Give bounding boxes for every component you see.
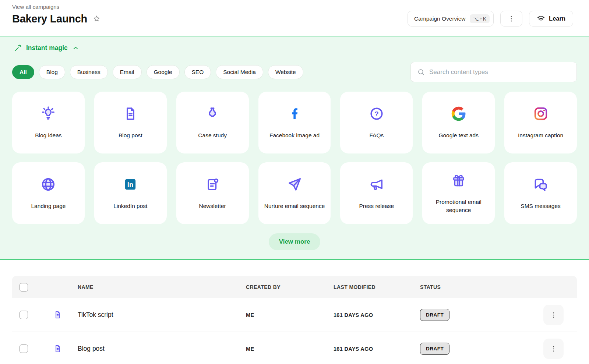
header-more-options-button[interactable] (500, 11, 522, 26)
card-google-text-ads[interactable]: Google text ads (422, 92, 495, 153)
flask-icon (205, 106, 220, 121)
facebook-icon (287, 106, 302, 121)
search-icon (417, 68, 425, 76)
card-faqs[interactable]: ? FAQs (340, 92, 413, 153)
kebab-menu-icon (507, 15, 515, 23)
star-icon (92, 15, 101, 23)
page-title: Bakery Launch (12, 13, 87, 25)
card-label: Blog post (119, 131, 142, 139)
filter-pill-social-media[interactable]: Social Media (216, 65, 263, 79)
lightbulb-icon (40, 106, 56, 121)
table-row[interactable]: TikTok script ME 161 DAYS AGO DRAFT (12, 298, 577, 332)
card-label: Google text ads (438, 131, 479, 139)
filter-pill-seo[interactable]: SEO (184, 65, 211, 79)
card-label: Promotional email sequence (427, 198, 490, 214)
shortcut-separator: + (480, 16, 482, 21)
filter-pill-all[interactable]: All (12, 65, 34, 79)
row-created-by: ME (246, 312, 334, 318)
card-label: Newsletter (199, 202, 226, 210)
filter-row: All Blog Business Email Google SEO Socia… (12, 62, 577, 82)
instant-magic-title: Instant magic (26, 44, 68, 52)
instant-magic-section: Instant magic All Blog Business Email Go… (0, 36, 589, 260)
card-promotional-email-sequence[interactable]: Promotional email sequence (422, 162, 495, 224)
card-sms-messages[interactable]: SMS messages (504, 162, 577, 224)
shortcut-modifier: ⌥ (473, 16, 479, 22)
filter-pill-blog[interactable]: Blog (39, 65, 65, 79)
status-badge: DRAFT (420, 343, 449, 355)
card-label: SMS messages (521, 202, 561, 210)
table-row[interactable]: Blog post ME 161 DAYS AGO DRAFT (12, 332, 577, 364)
learn-label: Learn (549, 15, 565, 22)
globe-icon (40, 176, 56, 192)
content-type-cards: Blog ideas Blog post Case study Facebook… (12, 92, 577, 224)
card-label: Landing page (31, 202, 66, 210)
gift-icon (451, 173, 466, 188)
card-blog-ideas[interactable]: Blog ideas (12, 92, 85, 153)
row-name[interactable]: Blog post (78, 345, 246, 353)
magic-wand-icon (14, 44, 22, 52)
document-icon (53, 344, 62, 353)
kebab-menu-icon (550, 345, 558, 353)
google-icon (451, 106, 466, 121)
card-press-release[interactable]: Press release (340, 162, 413, 224)
card-newsletter[interactable]: Newsletter (176, 162, 249, 224)
svg-text:?: ? (374, 110, 379, 118)
favorite-star-button[interactable] (92, 15, 101, 23)
row-more-options-button[interactable] (543, 339, 564, 359)
card-label: FAQs (369, 131, 384, 139)
row-created-by: ME (246, 346, 334, 352)
paper-plane-icon (286, 176, 303, 192)
row-more-options-button[interactable] (543, 305, 564, 325)
column-status: STATUS (420, 284, 536, 290)
page-header: View all campaigns Bakery Launch Campaig… (0, 0, 589, 36)
graduation-cap-icon (537, 14, 545, 23)
card-facebook-image-ad[interactable]: Facebook image ad (258, 92, 331, 153)
kebab-menu-icon (550, 311, 558, 319)
linkedin-icon: in (123, 177, 138, 192)
documents-table: NAME CREATED BY LAST MODIFIED STATUS Tik… (0, 260, 589, 364)
content-type-filters: All Blog Business Email Google SEO Socia… (12, 65, 303, 79)
shortcut-key: K (483, 16, 486, 22)
card-label: Case study (198, 131, 227, 139)
svg-text:in: in (127, 181, 133, 188)
card-landing-page[interactable]: Landing page (12, 162, 85, 224)
document-icon (123, 106, 138, 121)
filter-pill-business[interactable]: Business (70, 65, 108, 79)
search-input[interactable] (429, 68, 570, 76)
select-all-checkbox[interactable] (20, 283, 28, 291)
column-created-by: CREATED BY (246, 284, 334, 290)
view-more-button[interactable]: View more (269, 233, 321, 250)
filter-pill-google[interactable]: Google (147, 65, 180, 79)
card-label: Blog ideas (35, 131, 61, 139)
card-case-study[interactable]: Case study (176, 92, 249, 153)
row-name[interactable]: TikTok script (78, 311, 246, 319)
question-circle-icon: ? (369, 106, 384, 121)
learn-button[interactable]: Learn (529, 11, 573, 26)
keyboard-shortcut-badge: ⌥+K (470, 14, 490, 23)
row-last-modified: 161 DAYS AGO (334, 346, 420, 352)
card-label: Instagram caption (518, 131, 563, 139)
search-content-types-box[interactable] (410, 62, 577, 82)
card-blog-post[interactable]: Blog post (94, 92, 167, 153)
card-linkedin-post[interactable]: in LinkedIn post (94, 162, 167, 224)
campaign-overview-label: Campaign Overview (414, 15, 466, 22)
chat-bubbles-icon (533, 176, 549, 192)
breadcrumb[interactable]: View all campaigns (12, 4, 573, 10)
card-label: Facebook image ad (269, 131, 320, 139)
card-instagram-caption[interactable]: Instagram caption (504, 92, 577, 153)
filter-pill-website[interactable]: Website (268, 65, 303, 79)
row-checkbox[interactable] (20, 344, 28, 353)
instant-magic-toggle[interactable]: Instant magic (12, 44, 80, 52)
column-last-modified: LAST MODIFIED (334, 284, 420, 290)
instagram-icon (533, 106, 549, 121)
card-label: LinkedIn post (113, 202, 147, 210)
filter-pill-email[interactable]: Email (113, 65, 142, 79)
column-name: NAME (78, 284, 246, 290)
campaign-overview-button[interactable]: Campaign Overview ⌥+K (408, 11, 494, 26)
card-label: Nurture email sequence (264, 202, 325, 210)
row-last-modified: 161 DAYS AGO (334, 312, 420, 318)
row-checkbox[interactable] (20, 311, 28, 319)
megaphone-icon (368, 176, 385, 192)
card-nurture-email-sequence[interactable]: Nurture email sequence (258, 162, 331, 224)
document-icon (53, 311, 62, 319)
